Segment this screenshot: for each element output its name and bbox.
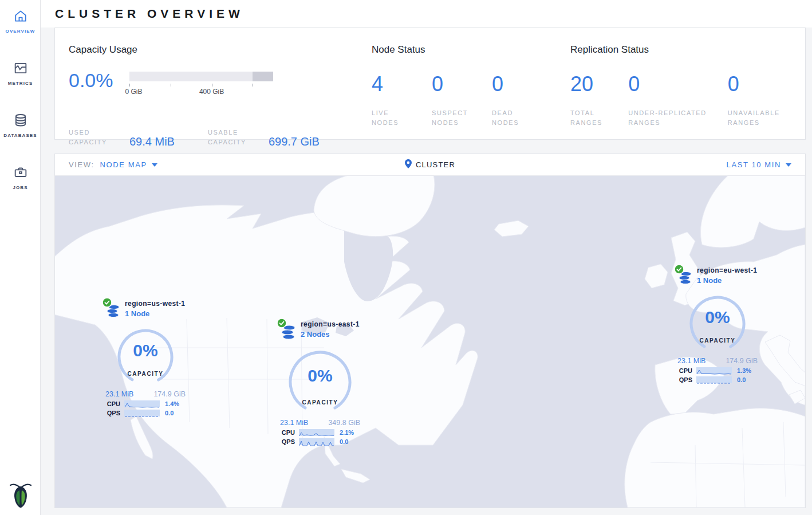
- view-label: VIEW:: [69, 160, 94, 169]
- suspect-nodes-stat: 0 SUSPECT NODES: [432, 74, 492, 128]
- breadcrumb-cluster: CLUSTER: [416, 160, 455, 169]
- world-map: region=us-west-1 1 Node 0% CAPACITY 23.1…: [55, 176, 805, 508]
- replication-status-section: Replication Status 20 TOTAL RANGES 0 UND…: [570, 44, 799, 128]
- time-range-value: LAST 10 MIN: [727, 160, 781, 169]
- sidebar-item-databases[interactable]: DATABASES: [0, 104, 41, 138]
- view-value: NODE MAP: [100, 160, 147, 169]
- qps-value: 0.0: [737, 376, 746, 383]
- region-usable-capacity: 174.9 GiB: [153, 390, 186, 398]
- cpu-value: 2.1%: [340, 429, 354, 436]
- sidebar-item-jobs[interactable]: JOBS: [0, 156, 41, 190]
- capacity-ring: 0% CAPACITY: [287, 349, 353, 415]
- region-node-count: 2 Nodes: [301, 330, 360, 339]
- capacity-ring: 0% CAPACITY: [688, 294, 747, 353]
- capacity-usage-section: Capacity Usage 0.0% 0 GiB 400 GiB USED C…: [69, 44, 366, 147]
- region-used-capacity: 23.1 MiB: [677, 357, 705, 365]
- region-name: region=us-west-1: [125, 300, 185, 308]
- map-toolbar: VIEW: NODE MAP CLUSTER LAST 10 MIN: [55, 154, 805, 176]
- map-pin-icon: [405, 159, 412, 171]
- region-usable-capacity: 349.8 GiB: [328, 419, 360, 427]
- capacity-tick-label-400: 400 GiB: [199, 88, 224, 96]
- cluster-summary-card: Capacity Usage 0.0% 0 GiB 400 GiB USED C…: [54, 27, 806, 140]
- capacity-percent: 0%: [287, 366, 353, 386]
- region-node-count: 1 Node: [125, 309, 185, 318]
- live-nodes-stat: 4 LIVE NODES: [372, 74, 432, 128]
- sidebar-item-label: DATABASES: [0, 133, 41, 138]
- sidebar-item-label: JOBS: [0, 185, 41, 190]
- used-capacity-value: 69.4 MiB: [129, 136, 175, 147]
- view-selector[interactable]: VIEW: NODE MAP: [69, 160, 157, 169]
- cpu-label: CPU: [103, 400, 120, 407]
- region-name: region=us-east-1: [301, 320, 360, 328]
- sidebar-item-metrics[interactable]: METRICS: [0, 52, 41, 86]
- locality-card-us-west-1[interactable]: region=us-west-1 1 Node 0% CAPACITY 23.1…: [102, 300, 189, 416]
- sidebar-item-overview[interactable]: OVERVIEW: [0, 0, 41, 34]
- chevron-down-icon: [152, 163, 157, 167]
- database-icon: [13, 120, 29, 130]
- usable-capacity-value: 699.7 GiB: [269, 136, 320, 147]
- cockroachdb-logo: [0, 481, 41, 510]
- under-replicated-ranges-stat: 0 UNDER-REPLICATED RANGES: [628, 74, 728, 128]
- region-name: region=eu-west-1: [697, 266, 757, 274]
- node-map-card: VIEW: NODE MAP CLUSTER LAST 10 MIN: [54, 154, 806, 508]
- sidebar: OVERVIEW METRICS DATABASES JOBS: [0, 0, 41, 515]
- sidebar-item-label: METRICS: [0, 81, 41, 86]
- region-node-count: 1 Node: [697, 276, 757, 285]
- usable-capacity-label: USABLE CAPACITY: [208, 128, 257, 147]
- node-status-title: Node Status: [372, 44, 561, 56]
- time-range-selector[interactable]: LAST 10 MIN: [727, 160, 791, 169]
- sidebar-item-label: OVERVIEW: [0, 29, 41, 34]
- total-ranges-stat: 20 TOTAL RANGES: [570, 74, 628, 128]
- qps-sparkline: [299, 438, 334, 445]
- qps-sparkline: [696, 376, 732, 383]
- qps-label: QPS: [103, 410, 120, 416]
- metrics-chart-icon: [13, 68, 29, 78]
- briefcase-icon: [13, 172, 29, 182]
- region-usable-capacity: 174.9 GiB: [726, 357, 758, 365]
- cpu-sparkline: [299, 429, 334, 436]
- chevron-down-icon: [786, 163, 791, 167]
- replication-status-title: Replication Status: [570, 44, 799, 56]
- check-circle-icon: [277, 318, 287, 331]
- breadcrumb[interactable]: CLUSTER: [405, 159, 455, 171]
- node-status-section: Node Status 4 LIVE NODES 0 SUSPECT NODES…: [372, 44, 561, 128]
- page-header: CLUSTER OVERVIEW: [41, 0, 812, 27]
- capacity-label: CAPACITY: [287, 399, 353, 406]
- cpu-value: 1.4%: [165, 400, 179, 407]
- content-area: CLUSTER OVERVIEW Capacity Usage 0.0% 0 G…: [41, 0, 812, 515]
- cpu-label: CPU: [278, 429, 295, 436]
- cpu-label: CPU: [675, 367, 692, 374]
- unavailable-ranges-stat: 0 UNAVAILABLE RANGES: [728, 74, 799, 128]
- qps-label: QPS: [278, 438, 295, 445]
- capacity-percent: 0%: [116, 341, 175, 360]
- capacity-usage-title: Capacity Usage: [69, 44, 366, 56]
- check-circle-icon: [102, 297, 112, 310]
- capacity-label: CAPACITY: [116, 371, 175, 377]
- capacity-bar-reserved-segment: [253, 72, 273, 81]
- check-circle-icon: [674, 264, 684, 277]
- qps-value: 0.0: [340, 438, 348, 445]
- region-used-capacity: 23.1 MiB: [280, 419, 308, 427]
- locality-card-us-east-1[interactable]: region=us-east-1 2 Nodes 0% CAPACITY 23.…: [277, 320, 364, 445]
- qps-value: 0.0: [165, 410, 174, 416]
- region-used-capacity: 23.1 MiB: [105, 390, 133, 398]
- home-icon: [13, 16, 29, 26]
- capacity-label: CAPACITY: [688, 337, 747, 344]
- cpu-sparkline: [696, 367, 732, 374]
- cpu-sparkline: [124, 400, 160, 407]
- qps-sparkline: [124, 410, 160, 416]
- capacity-percent: 0.0%: [69, 70, 129, 90]
- capacity-bar: 0 GiB 400 GiB: [129, 72, 273, 81]
- capacity-ring: 0% CAPACITY: [116, 327, 175, 387]
- dead-nodes-stat: 0 DEAD NODES: [492, 74, 552, 128]
- qps-label: QPS: [675, 376, 692, 383]
- locality-card-eu-west-1[interactable]: region=eu-west-1 1 Node 0% CAPACITY 23.1…: [674, 266, 761, 383]
- used-capacity-label: USED CAPACITY: [69, 128, 118, 147]
- page-title: CLUSTER OVERVIEW: [55, 7, 244, 21]
- capacity-percent: 0%: [688, 308, 747, 327]
- cpu-value: 1.3%: [737, 367, 751, 374]
- capacity-tick-label-0: 0 GiB: [125, 88, 143, 96]
